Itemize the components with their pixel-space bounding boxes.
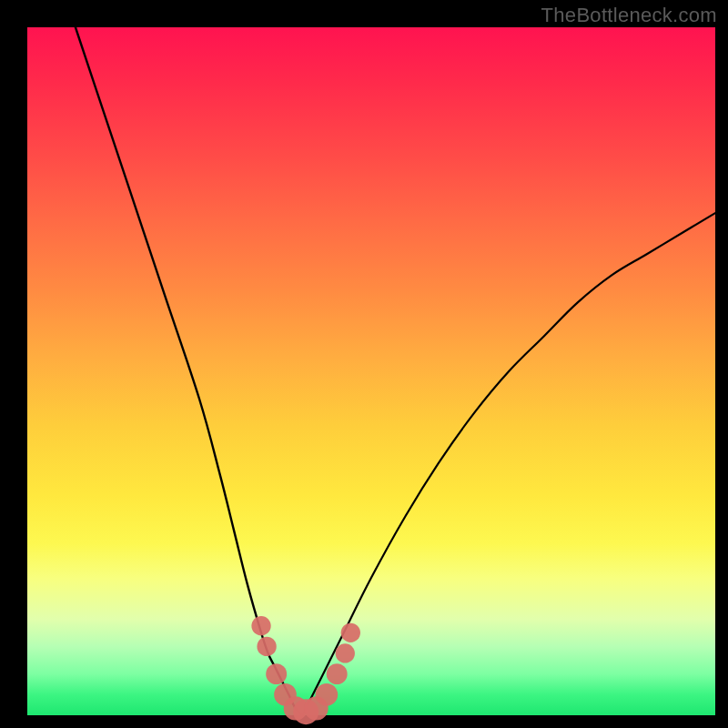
plot-area — [27, 27, 715, 715]
chart-stage: TheBottleneck.com — [0, 0, 728, 728]
watermark-text: TheBottleneck.com — [541, 4, 717, 27]
